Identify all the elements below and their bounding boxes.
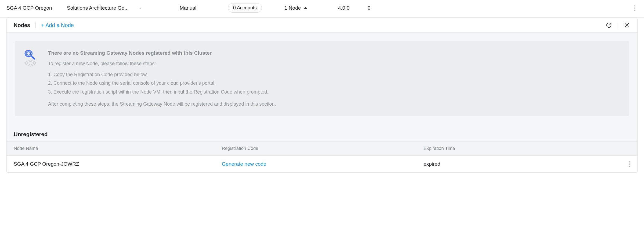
refresh-icon xyxy=(606,22,612,28)
info-step-3: Execute the registration script within t… xyxy=(53,88,276,96)
panel-body: There are no Streaming Gateway Nodes reg… xyxy=(7,33,637,124)
info-text: There are no Streaming Gateway Nodes reg… xyxy=(48,49,276,108)
add-node-button[interactable]: + Add a Node xyxy=(41,22,74,28)
nodes-panel: Nodes + Add a Node There are no S xyxy=(6,18,638,173)
panel-header: Nodes + Add a Node xyxy=(7,18,637,33)
cluster-version: 4.0.0 xyxy=(338,5,357,11)
cluster-dash: - xyxy=(139,5,180,11)
panel-title: Nodes xyxy=(14,22,30,28)
cluster-zero: 0 xyxy=(357,5,373,11)
info-intro: To register a new Node, please follow th… xyxy=(48,60,276,68)
info-heading: There are no Streaming Gateway Nodes reg… xyxy=(48,49,276,57)
col-node-name: Node Name xyxy=(7,142,215,156)
svg-marker-6 xyxy=(25,61,36,66)
info-step-1: Copy the Registration Code provided belo… xyxy=(53,71,276,79)
cell-node-name: SGA 4 GCP Oregon-JOWRZ xyxy=(7,156,215,173)
cluster-nodes-toggle[interactable]: 1 Node xyxy=(284,5,338,11)
nodes-count-label: 1 Node xyxy=(284,5,301,11)
info-step-2: Connect to the Node using the serial con… xyxy=(53,79,276,87)
divider xyxy=(618,22,618,28)
refresh-button[interactable] xyxy=(605,22,612,29)
cluster-accounts[interactable]: 0 Accounts xyxy=(228,3,284,13)
table-row: SGA 4 GCP Oregon-JOWRZ Generate new code… xyxy=(7,156,637,173)
cluster-name: SGA 4 GCP Oregon xyxy=(6,5,67,11)
accounts-pill[interactable]: 0 Accounts xyxy=(228,3,262,13)
cell-expiration: expired xyxy=(417,156,621,173)
unregistered-table: Node Name Registration Code Expiration T… xyxy=(7,141,637,173)
svg-point-3 xyxy=(26,52,31,55)
row-actions-menu[interactable] xyxy=(631,8,640,9)
info-box: There are no Streaming Gateway Nodes reg… xyxy=(15,41,629,116)
close-icon xyxy=(624,22,630,28)
unregistered-title: Unregistered xyxy=(7,124,637,141)
cluster-row[interactable]: SGA 4 GCP Oregon Solutions Architecture … xyxy=(0,0,644,18)
divider xyxy=(35,22,36,28)
info-outro: After completing these steps, the Stream… xyxy=(48,100,276,108)
magnifier-stack-icon xyxy=(23,49,38,69)
close-button[interactable] xyxy=(623,22,630,29)
svg-marker-5 xyxy=(25,60,36,65)
cluster-group: Solutions Architecture Go... xyxy=(67,5,139,11)
kebab-icon xyxy=(634,8,635,9)
cluster-mode: Manual xyxy=(180,5,228,11)
caret-up-icon xyxy=(304,7,307,9)
generate-new-code-link[interactable]: Generate new code xyxy=(222,161,266,167)
row-actions-menu[interactable] xyxy=(628,164,630,165)
col-expiration-time: Expiration Time xyxy=(417,142,621,156)
col-registration-code: Registration Code xyxy=(215,142,417,156)
svg-line-4 xyxy=(31,56,34,59)
kebab-icon xyxy=(629,164,630,165)
